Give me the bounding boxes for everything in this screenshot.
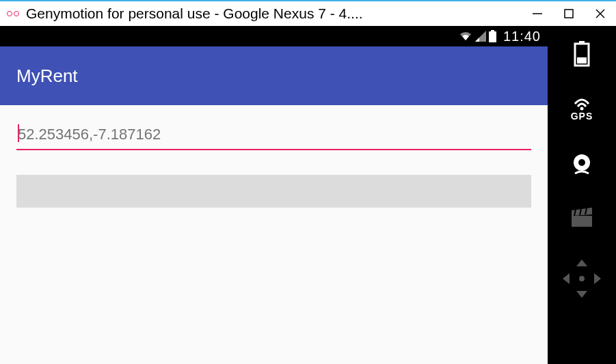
- coordinates-input[interactable]: [16, 122, 531, 150]
- window-controls: [522, 1, 616, 26]
- app-bar: MyRent: [0, 46, 548, 105]
- cellular-signal-icon: [475, 31, 486, 42]
- close-button[interactable]: [585, 1, 616, 26]
- wifi-icon: [459, 31, 472, 42]
- action-button[interactable]: [16, 175, 531, 208]
- maximize-button[interactable]: [553, 1, 585, 26]
- app-title: MyRent: [16, 66, 78, 87]
- status-clock: 11:40: [503, 29, 541, 44]
- clapperboard-icon: [570, 208, 593, 228]
- battery-icon: [489, 30, 496, 42]
- svg-rect-4: [491, 30, 494, 31]
- svg-point-9: [580, 107, 583, 111]
- navigation-tool-button[interactable]: [563, 260, 601, 298]
- gps-label: GPS: [571, 111, 593, 122]
- battery-tool-button[interactable]: [574, 41, 590, 67]
- gps-tool-button[interactable]: GPS: [571, 98, 593, 122]
- window-titlebar: Genymotion for personal use - Google Nex…: [0, 1, 616, 26]
- emulator-body: 11:40 MyRent GPS: [0, 26, 616, 364]
- svg-rect-12: [572, 216, 592, 227]
- minimize-button[interactable]: [522, 1, 553, 26]
- gps-signal-icon: [572, 98, 591, 111]
- window-title: Genymotion for personal use - Google Nex…: [26, 5, 522, 22]
- svg-rect-8: [577, 57, 587, 64]
- screencast-tool-button[interactable]: [570, 208, 593, 228]
- coordinates-field-wrap: [16, 122, 531, 150]
- webcam-icon: [570, 153, 593, 176]
- camera-tool-button[interactable]: [570, 153, 593, 176]
- svg-rect-5: [489, 31, 496, 42]
- genymotion-logo-icon: [7, 11, 19, 16]
- battery-tool-icon: [574, 41, 590, 67]
- emulator-side-toolbar: GPS: [548, 26, 616, 364]
- svg-rect-1: [565, 10, 573, 18]
- device-screen: 11:40 MyRent: [0, 26, 548, 364]
- app-content: [0, 105, 548, 364]
- android-status-bar: 11:40: [0, 26, 548, 46]
- dpad-icon: [563, 260, 601, 298]
- svg-point-11: [578, 159, 585, 166]
